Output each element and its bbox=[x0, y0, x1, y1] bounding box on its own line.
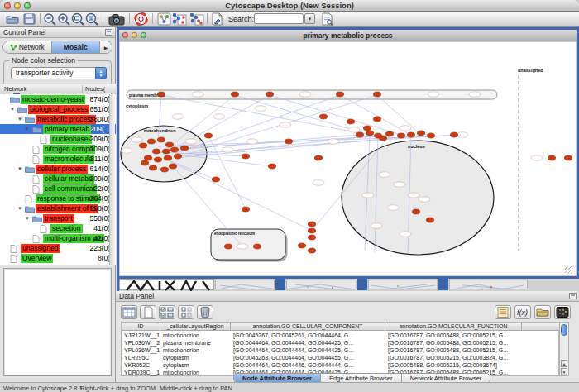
search-input[interactable] bbox=[254, 13, 304, 24]
network-node[interactable] bbox=[253, 244, 261, 249]
network-node[interactable] bbox=[268, 164, 275, 169]
network-node[interactable] bbox=[152, 149, 160, 154]
table-cell[interactable]: mitochondrion bbox=[160, 332, 231, 339]
background-window-edge[interactable] bbox=[438, 279, 448, 290]
network-node[interactable] bbox=[164, 155, 171, 160]
network-node[interactable] bbox=[450, 132, 457, 137]
network-node[interactable] bbox=[204, 133, 212, 138]
network-node[interactable] bbox=[139, 143, 146, 148]
tree-scrollbar[interactable] bbox=[109, 94, 115, 265]
tree-row[interactable]: ▼biological_process651(0) bbox=[0, 104, 116, 114]
table-cell[interactable]: YPL036W__2 bbox=[122, 339, 160, 347]
table-cell[interactable]: YKR052C bbox=[122, 361, 160, 369]
tree-row-label[interactable]: establishment of lo bbox=[36, 204, 98, 213]
table-cell[interactable]: [GO:0005488, GO:0005215, GO:0003674] bbox=[385, 361, 522, 369]
tab-network[interactable]: Network bbox=[3, 41, 52, 53]
network-node[interactable] bbox=[363, 126, 371, 131]
expander-icon[interactable]: ▼ bbox=[10, 104, 15, 114]
network-node[interactable] bbox=[564, 155, 572, 160]
network-node[interactable] bbox=[170, 147, 178, 152]
save-icon[interactable] bbox=[22, 12, 36, 26]
float-panel-icon[interactable] bbox=[105, 29, 112, 36]
network-node[interactable] bbox=[212, 177, 219, 182]
resize-grip-icon[interactable] bbox=[565, 266, 572, 274]
birds-eye-view[interactable] bbox=[3, 268, 112, 376]
network-node[interactable] bbox=[385, 131, 393, 136]
layout-blue-icon[interactable] bbox=[171, 12, 187, 26]
network-node[interactable] bbox=[266, 92, 273, 97]
network-node[interactable] bbox=[308, 228, 315, 233]
tree-row-label[interactable]: nitrogen compo bbox=[43, 145, 95, 154]
network-node[interactable] bbox=[147, 139, 155, 144]
delete-attribute-icon[interactable] bbox=[197, 305, 213, 319]
column-header[interactable] bbox=[522, 323, 560, 331]
table-cell[interactable]: [GO:0044464, GO:0044444, GO:0044425, G..… bbox=[231, 339, 385, 347]
zoom-in-icon[interactable] bbox=[57, 12, 71, 26]
network-node[interactable] bbox=[141, 160, 148, 165]
scroll-up-icon[interactable]: ▲ bbox=[561, 360, 567, 367]
table-cell[interactable]: [GO:0045267, GO:0045261, GO:0044464, G..… bbox=[231, 332, 385, 339]
tree-row-label[interactable]: mosaic-demo-yeast bbox=[21, 95, 85, 104]
network-node[interactable] bbox=[174, 154, 181, 159]
zoom-selected-icon[interactable] bbox=[85, 12, 99, 26]
tree-header[interactable]: Network Nodes( bbox=[0, 84, 116, 93]
tree-row-label[interactable]: cellular metabo bbox=[43, 174, 94, 184]
column-header[interactable]: ID bbox=[122, 323, 160, 331]
table-cell[interactable]: YPL036W__1 bbox=[122, 347, 160, 354]
tab-mosaic[interactable]: Mosaic bbox=[52, 41, 101, 53]
tree-row[interactable]: nucleobase-209(0) bbox=[0, 134, 116, 144]
table-cell[interactable]: [GO:0016787, GO:0005215, GO:0003824, G..… bbox=[385, 354, 522, 361]
tree-row-label[interactable]: biological_process bbox=[28, 105, 89, 114]
expander-icon[interactable]: ▼ bbox=[25, 213, 30, 223]
search-options-icon[interactable] bbox=[320, 12, 334, 26]
table-cell[interactable]: [GO:0044464, GO:0044444, GO:0044425, G..… bbox=[231, 347, 385, 354]
tree-row-label[interactable]: Overview bbox=[21, 254, 53, 263]
tree-row-label[interactable]: cell communicat bbox=[43, 184, 97, 194]
unselect-attributes-icon[interactable] bbox=[178, 305, 194, 319]
background-window-edge[interactable] bbox=[275, 279, 285, 290]
table-cell[interactable]: cytoplasm bbox=[160, 354, 231, 361]
network-node[interactable] bbox=[285, 139, 292, 144]
table-cell[interactable]: [GO:0044464, GO:0044446, GO:0044444, G..… bbox=[231, 361, 385, 369]
network-node[interactable] bbox=[366, 131, 373, 136]
table-cell[interactable]: plasma membrane bbox=[160, 339, 231, 347]
network-node[interactable] bbox=[427, 133, 434, 138]
tree-row[interactable]: unassigned223(0) bbox=[0, 243, 116, 253]
network-node[interactable] bbox=[308, 222, 315, 227]
network-node[interactable] bbox=[165, 142, 173, 147]
network-node[interactable] bbox=[157, 137, 165, 142]
tree-row[interactable]: ▼establishment of lo558(0) bbox=[0, 203, 116, 213]
tree-row[interactable]: ▼primary metab209(... bbox=[0, 124, 116, 134]
network-node[interactable] bbox=[231, 92, 238, 97]
layout-red-icon[interactable] bbox=[189, 12, 204, 26]
network-node[interactable] bbox=[407, 132, 414, 137]
network-node[interactable] bbox=[169, 164, 176, 169]
table-cell[interactable]: YJR121W__1 bbox=[122, 332, 160, 339]
new-attribute-icon[interactable] bbox=[140, 305, 156, 319]
network-node[interactable] bbox=[308, 235, 315, 240]
attribute-table-icon[interactable] bbox=[121, 305, 137, 319]
network-node[interactable] bbox=[373, 92, 380, 97]
tree-row[interactable]: ▼cellular process614(0) bbox=[0, 164, 116, 174]
network-node[interactable] bbox=[154, 157, 161, 162]
tree-row-label[interactable]: secretion bbox=[50, 224, 83, 233]
table-cell[interactable]: [GO:0016787, GO:0005488, GO:0005215, G..… bbox=[385, 347, 522, 354]
network-node[interactable] bbox=[308, 248, 315, 253]
network-node[interactable] bbox=[319, 114, 327, 119]
tree-row-label[interactable]: nucleobase- bbox=[50, 135, 92, 144]
snapshot-camera-icon[interactable] bbox=[108, 12, 125, 26]
network-node[interactable] bbox=[314, 155, 322, 160]
tree-row[interactable]: mosaic-demo-yeast874(0) bbox=[0, 94, 116, 104]
tree-row[interactable]: cellular metabo209(0) bbox=[0, 174, 116, 184]
tree-row-label[interactable]: metabolic process bbox=[36, 115, 96, 124]
window-titlebar[interactable]: Cytoscape Desktop (New Session) bbox=[0, 0, 579, 12]
tree-row[interactable]: ▼metabolic process280(0) bbox=[0, 114, 116, 124]
tree-row-label[interactable]: primary metab bbox=[43, 125, 91, 134]
dropdown-stepper-icon[interactable]: ▲▼ bbox=[95, 67, 107, 79]
network-node[interactable] bbox=[412, 209, 419, 214]
column-header[interactable]: annotation.GO MOLECULAR_FUNCTION bbox=[385, 323, 522, 331]
tree-row[interactable]: multi-organism pro42(0) bbox=[0, 233, 116, 243]
more-tabs-icon[interactable]: ▶ bbox=[100, 41, 112, 53]
network-node[interactable] bbox=[347, 119, 354, 124]
network-node[interactable] bbox=[224, 244, 232, 249]
